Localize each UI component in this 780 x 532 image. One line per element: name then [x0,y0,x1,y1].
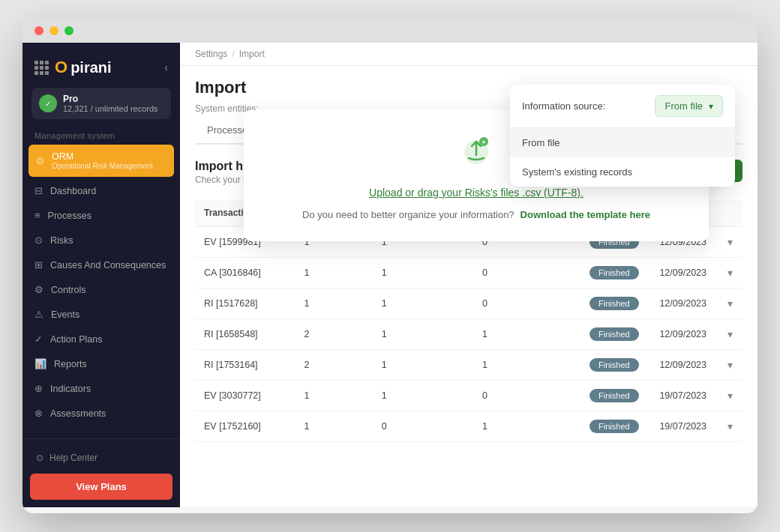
cell-uploaded: 0 [373,411,473,442]
sidebar-item-controls[interactable]: ⚙ Controls [22,277,180,302]
cell-date: 12/09/2023 [650,258,718,288]
cell-uploaded: 1 [373,258,473,288]
cell-transaction-id: EV [3030772] [195,381,295,411]
information-source-select[interactable]: From file ▾ [655,95,723,117]
expand-row-button[interactable]: ▾ [728,328,733,340]
view-plans-button[interactable]: View Plans [30,474,172,500]
status-badge: Finished [590,389,639,402]
sidebar-item-assessments[interactable]: ⊗ Assessments [22,401,180,426]
events-icon: ⚠ [34,309,44,320]
upload-hint: Do you need to better organize your info… [302,209,650,220]
sidebar-item-label: Reports [54,359,87,369]
expand-row-button[interactable]: ▾ [728,420,733,432]
information-source-dropdown: Information source: From file ▾ From fil… [510,85,735,187]
sidebar-item-action-plans[interactable]: ✓ Action Plans [22,327,180,351]
cell-total: 1 [295,288,372,319]
sidebar-item-label: Action Plans [50,334,102,345]
cell-status: Finished [580,258,650,288]
download-template-link[interactable]: Download the template here [520,209,650,220]
expand-row-button[interactable]: ▾ [728,297,733,309]
sidebar-item-reports[interactable]: 📊 Reports [22,351,180,376]
close-dot[interactable] [34,26,44,35]
sidebar-item-orm[interactable]: ⊙ ORM Operational Risk Management [28,145,174,177]
cell-transaction-id: RI [1517628] [195,288,295,319]
pro-sub-text: 12,321 / unlimited records [63,104,158,113]
sidebar-item-processes[interactable]: ≡ Processes [22,203,180,228]
breadcrumb-separator: / [232,49,234,59]
dropdown-option-from-file[interactable]: From file [510,128,735,157]
sidebar-item-label: Dashboard [50,186,96,196]
cell-status: Finished [580,319,650,350]
cell-total: 1 [295,411,372,442]
sidebar-item-indicators[interactable]: ⊕ Indicators [22,376,180,401]
cell-errors: 1 [473,411,580,442]
breadcrumb-settings[interactable]: Settings [195,49,227,59]
expand-row-button[interactable]: ▾ [728,267,733,279]
upload-hint-text: Do you need to better organize your info… [302,209,514,220]
sidebar-collapse-button[interactable]: ‹ [164,61,168,73]
cell-uploaded: 1 [373,350,473,381]
help-center-icon: ⊙ [36,453,44,463]
pro-badge: ✓ Pro 12,321 / unlimited records [32,88,171,119]
cell-expand: ▾ [718,411,742,442]
minimize-dot[interactable] [50,26,58,35]
sidebar-item-events[interactable]: ⚠ Events [22,302,180,327]
sidebar-item-dashboard[interactable]: ⊟ Dashboard [22,178,180,203]
cell-date: 19/07/2023 [650,411,718,442]
table-row: CA [3016846] 1 1 0 Finished 12/09/2023 ▾ [195,258,742,288]
cell-uploaded: 1 [373,288,473,319]
controls-icon: ⚙ [34,284,44,295]
cell-transaction-id: EV [1752160] [195,411,295,442]
cell-date: 12/09/2023 [650,288,718,319]
col-expand [718,200,742,227]
cell-expand: ▾ [718,288,742,319]
table-row: EV [3030772] 1 1 0 Finished 19/07/2023 ▾ [195,381,742,411]
status-badge: Finished [590,420,639,433]
cell-date: 19/07/2023 [650,381,718,411]
orm-icon: ⊙ [36,155,44,166]
cell-uploaded: 1 [373,381,473,411]
cell-expand: ▾ [718,319,742,350]
sidebar-item-label: Causes And Consequences [50,260,166,270]
causes-icon: ⊞ [34,259,43,270]
table-row: RI [1658548] 2 1 1 Finished 12/09/2023 ▾ [195,319,742,350]
indicators-icon: ⊕ [34,383,43,394]
cell-status: Finished [580,288,650,319]
chevron-down-icon: ▾ [709,101,713,112]
expand-row-button[interactable]: ▾ [728,359,733,371]
dropdown-header: Information source: From file ▾ [510,85,735,128]
fullscreen-dot[interactable] [64,26,74,35]
cell-expand: ▾ [718,227,742,258]
sidebar-item-label: Risks [50,235,74,246]
sidebar: Opirani ‹ ✓ Pro 12,321 / unlimited recor… [22,43,180,507]
cell-expand: ▾ [718,381,742,411]
cell-total: 1 [295,258,372,288]
reports-icon: 📊 [34,358,46,369]
information-source-label: Information source: [522,100,605,112]
breadcrumb-import: Import [239,49,265,59]
expand-row-button[interactable]: ▾ [728,390,733,402]
sidebar-item-risks[interactable]: ⊙ Risks [22,228,180,253]
sidebar-item-label: Events [51,309,80,320]
sidebar-item-causes[interactable]: ⊞ Causes And Consequences [22,253,180,277]
cell-transaction-id: RI [1753164] [195,350,295,381]
breadcrumb: Settings / Import [180,43,758,66]
cell-errors: 0 [473,288,580,319]
upload-link[interactable]: Upload or drag your Risks's files .csv (… [369,187,584,199]
dashboard-icon: ⊟ [34,185,43,196]
help-center-link[interactable]: ⊙ Help Center [30,447,172,469]
dropdown-option-existing-records[interactable]: System's existing records [510,157,735,187]
upload-link-text[interactable]: Upload or drag your Risks's files .csv (… [369,187,584,199]
pro-icon: ✓ [39,94,57,112]
status-badge: Finished [590,358,639,372]
cell-uploaded: 1 [373,319,473,350]
sidebar-bottom: ⊙ Help Center View Plans [22,438,180,507]
cell-expand: ▾ [718,258,742,288]
sidebar-logo: Opirani ‹ [22,43,180,85]
orm-sub: Operational Risk Management [52,162,153,170]
cell-status: Finished [580,411,650,442]
risks-icon: ⊙ [34,235,43,246]
sidebar-item-label: Processes [48,211,92,221]
expand-row-button[interactable]: ▾ [728,236,733,248]
table-row: EV [1752160] 1 0 1 Finished 19/07/2023 ▾ [195,411,742,442]
